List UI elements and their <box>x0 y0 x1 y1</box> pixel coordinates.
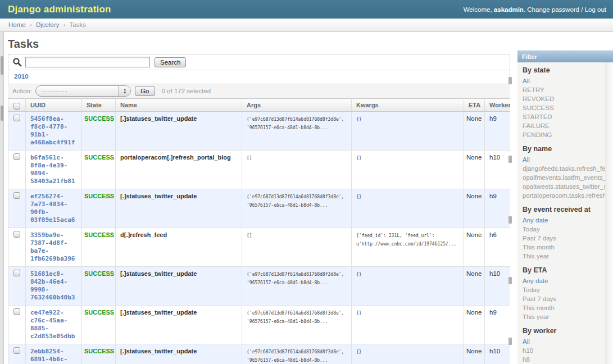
column-header-name[interactable]: Name <box>116 99 242 112</box>
state-text: SUCCESS <box>84 270 114 277</box>
search-input[interactable] <box>25 57 150 67</box>
filter-item: Any date <box>523 276 605 285</box>
row-checkbox[interactable] <box>13 115 20 121</box>
action-selected-option: --------- <box>36 88 119 94</box>
uuid-link[interactable]: ef256274-7a73-4834-90fb-03f89e15aca6 <box>30 193 77 224</box>
filter-item: STARTED <box>523 112 605 121</box>
filter-item: SUCCESS <box>523 103 605 112</box>
filter-link[interactable]: opalfmevents.lastfm_events_update <box>523 173 605 182</box>
filter-link[interactable]: RETRY <box>523 85 605 94</box>
kwargs-text: {} <box>356 348 459 356</box>
filter-item: All <box>523 76 605 85</box>
filter-link[interactable]: Today <box>523 225 605 234</box>
filter-link[interactable]: PENDING <box>523 130 605 139</box>
filter-link[interactable]: Any date <box>523 276 605 285</box>
worker-text: h9 <box>489 309 497 316</box>
table-header-row: UUIDStateNameArgsKwargsETAWorker <box>8 99 511 112</box>
filter-link[interactable]: STARTED <box>523 112 605 121</box>
filter-link[interactable]: All <box>523 337 605 346</box>
task-table-body: 5456f8ea-f8c8-4778-91b1-a468abc4f91fSUCC… <box>8 112 511 364</box>
logout-link[interactable]: Log out <box>585 6 606 13</box>
breadcrumb-current: Tasks <box>70 21 86 28</box>
filter-item: All <box>523 155 605 164</box>
kwargs-text: {'feed_id': 231L, 'feed_url': u'http://w… <box>356 231 459 248</box>
filter-link[interactable]: Today <box>523 285 605 294</box>
filter-link[interactable]: All <box>523 155 605 164</box>
breadcrumb-home-link[interactable]: Home <box>8 21 26 28</box>
date-hierarchy-year-link[interactable]: 2010 <box>14 73 29 80</box>
state-text: SUCCESS <box>84 348 114 354</box>
eta-text: None <box>466 309 482 316</box>
row-checkbox[interactable] <box>13 347 20 354</box>
filter-link[interactable]: Past 7 days <box>523 294 605 303</box>
uuid-link[interactable]: 51681ec8-842b-46e4-9998-7632460b40b3 <box>30 270 77 302</box>
filter-link[interactable]: Past 7 days <box>523 234 605 243</box>
filter-list: Any dateTodayPast 7 daysThis monthThis y… <box>523 216 605 261</box>
selected-filter-marker <box>508 216 512 224</box>
breadcrumb: Home › Djcelery › Tasks <box>0 19 613 32</box>
filter-link[interactable]: FAILURE <box>523 121 605 130</box>
filter-item: This month <box>523 243 605 252</box>
filter-link[interactable]: This year <box>523 312 605 321</box>
welcome-text: Welcome, <box>464 6 492 13</box>
branding-bar: Django administration Welcome, askadmin.… <box>0 0 613 19</box>
row-checkbox[interactable] <box>13 270 20 276</box>
action-select[interactable]: --------- ▲▼ <box>35 85 131 97</box>
table-row: 51681ec8-842b-46e4-9998-7632460b40b3SUCC… <box>8 267 511 306</box>
kwargs-text: {} <box>356 154 459 162</box>
main-content: Tasks Search 2010 Action: --------- ▲▼ G… <box>4 32 510 364</box>
breadcrumb-app-link[interactable]: Djcelery <box>36 21 60 28</box>
select-all-checkbox[interactable] <box>13 103 20 110</box>
task-name-text: [.]statuses_twitter_update <box>120 115 197 122</box>
column-header-kwargs[interactable]: Kwargs <box>352 99 464 112</box>
filter-link[interactable]: SUCCESS <box>523 103 605 112</box>
uuid-link[interactable]: ce47e922-c76c-45aa-8885-c2d853e05dbb <box>30 309 77 340</box>
eta-text: None <box>466 154 482 161</box>
eta-text: None <box>466 348 482 354</box>
uuid-link[interactable]: 2ebb8254-6891-4b6c-a0e7-4cb90484a207 <box>30 348 77 364</box>
filter-link[interactable]: portaloperacom.tasks.refresh_portal_blog <box>523 191 605 200</box>
uuid-link[interactable]: 5456f8ea-f8c8-4778-91b1-a468abc4f91f <box>30 115 77 147</box>
filter-link[interactable]: Any date <box>523 216 605 225</box>
state-text: SUCCESS <box>84 231 114 238</box>
args-text: [] <box>247 154 347 162</box>
filter-link[interactable]: This year <box>523 252 605 261</box>
change-password-link[interactable]: Change password <box>527 6 579 13</box>
filter-link[interactable]: h8 <box>523 355 605 364</box>
uuid-link[interactable]: 3359ba9e-7387-4d8f-ba7e-1fb6269ba396 <box>30 231 77 263</box>
table-row: 5456f8ea-f8c8-4778-91b1-a468abc4f91fSUCC… <box>8 112 511 151</box>
date-hierarchy: 2010 <box>8 70 510 84</box>
task-name-text: d[.]refresh_feed <box>120 231 167 238</box>
username-punctuation: . <box>524 6 525 13</box>
filter-section-title: By event received at <box>523 206 605 214</box>
go-button[interactable]: Go <box>135 86 155 96</box>
worker-text: h10 <box>489 154 500 161</box>
filter-link[interactable]: This month <box>523 243 605 252</box>
row-checkbox[interactable] <box>13 308 20 315</box>
column-header-worker[interactable]: Worker <box>485 99 511 112</box>
row-checkbox[interactable] <box>13 231 20 238</box>
filter-link[interactable]: REVOKED <box>523 94 605 103</box>
args-text: ('e97c687d13d87f614a6d81768d8f3d8e', '96… <box>247 270 347 287</box>
row-checkbox[interactable] <box>13 192 20 199</box>
row-checkbox[interactable] <box>13 153 20 160</box>
selected-filter-marker <box>508 277 512 284</box>
filter-item: Today <box>523 285 605 294</box>
filter-link[interactable]: djangofeeds.tasks.refresh_feed <box>523 164 605 173</box>
filter-link[interactable]: opaltweets.statuses_twitter_update <box>523 182 605 191</box>
column-header-uuid[interactable]: UUID <box>26 99 82 112</box>
column-header-args[interactable]: Args <box>242 99 352 112</box>
filter-item: All <box>523 337 605 346</box>
uuid-link[interactable]: b6fa561c-8f8a-4e39-9894-58403a21fb81 <box>30 154 77 185</box>
eta-text: None <box>466 231 482 238</box>
kwargs-text: {} <box>356 309 459 317</box>
filter-link[interactable]: h10 <box>523 346 605 355</box>
column-header-eta[interactable]: ETA <box>464 99 485 112</box>
filter-link[interactable]: This month <box>523 303 605 312</box>
row-select-cell <box>8 228 26 267</box>
filter-link[interactable]: All <box>523 76 605 85</box>
filter-list: Alldjangofeeds.tasks.refresh_feedopalfme… <box>523 155 605 200</box>
column-header-state[interactable]: State <box>82 99 116 112</box>
eta-text: None <box>466 193 482 199</box>
search-button[interactable]: Search <box>155 57 186 67</box>
